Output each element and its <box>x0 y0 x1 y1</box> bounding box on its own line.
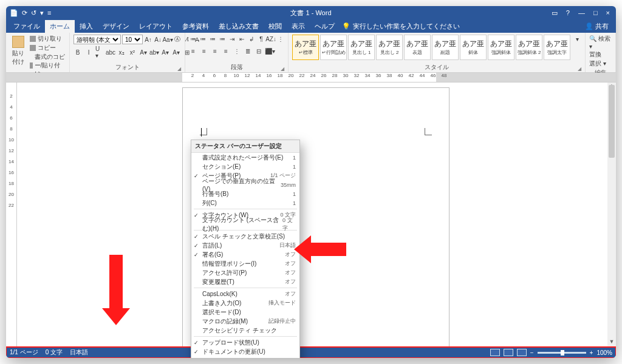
ctx-item-9[interactable]: ✓言語(L)日本語 <box>191 241 299 250</box>
ctx-item-10[interactable]: ✓署名(G)オフ <box>191 250 299 259</box>
ribbon-options-icon[interactable]: ▭ <box>552 9 558 17</box>
style-3[interactable]: あア亜見出し 2 <box>376 35 403 60</box>
status-page[interactable]: 1/1 ページ <box>10 348 38 357</box>
close-icon[interactable]: × <box>606 9 610 17</box>
font-btn-7[interactable]: ab▾ <box>150 48 159 56</box>
tab-layout[interactable]: レイアウト <box>134 20 177 33</box>
para-btn1-1[interactable]: ≔ <box>199 35 207 43</box>
ctx-item-17[interactable]: マクロの記録(M)記録停止中 <box>191 317 299 326</box>
style-4[interactable]: あア亜表題 <box>404 35 431 60</box>
shrink-font-button[interactable]: A↓ <box>154 35 162 44</box>
style-8[interactable]: あア亜強調斜体 2 <box>516 35 542 60</box>
ctx-item-7[interactable]: 文字のカウント (スペース含む)(H)0 文字 <box>191 220 299 229</box>
style-5[interactable]: あア亜副題 <box>432 35 459 60</box>
cut-button[interactable]: 切り取り <box>30 35 66 43</box>
tab-review[interactable]: 校閲 <box>264 20 287 33</box>
style-6[interactable]: あア亜斜体 <box>460 35 487 60</box>
para-btn2-6[interactable]: ⊟ <box>255 47 263 55</box>
para-btn1-7[interactable]: ¶ <box>257 35 265 43</box>
para-btn2-3[interactable]: ≡ <box>222 47 230 55</box>
para-btn1-9[interactable]: ⋮ <box>276 35 285 43</box>
para-btn2-4[interactable]: ⋮ <box>233 47 241 55</box>
dialog-launcher-icon[interactable]: ◢ <box>177 66 181 72</box>
qat-redo-icon[interactable]: ⟳ <box>22 9 27 17</box>
scroll-thumb[interactable] <box>609 85 615 158</box>
para-btn1-6[interactable]: ↲ <box>247 35 256 43</box>
para-btn2-0[interactable]: ≡ <box>189 47 197 55</box>
qat-undo-icon[interactable]: ↺ <box>31 9 36 17</box>
tab-view[interactable]: 表示 <box>287 20 310 33</box>
grow-font-button[interactable]: A↑ <box>144 35 152 44</box>
ctx-item-3[interactable]: ページでの垂直方向の位置(V)35mm <box>191 180 299 189</box>
ctx-item-16[interactable]: 選択モード(D) <box>191 308 299 317</box>
style-0[interactable]: あア亜↵標準 <box>292 35 319 60</box>
font-btn-5[interactable]: x² <box>128 48 137 56</box>
share-button[interactable]: 👤 共有 <box>585 22 613 31</box>
font-size-select[interactable]: 10.5 <box>122 35 143 44</box>
style-2[interactable]: あア亜見出し 1 <box>348 35 375 60</box>
ctx-item-8[interactable]: ✓スペル チェックと文章校正(S) <box>191 232 299 241</box>
ctx-item-4[interactable]: 行番号(B)1 <box>191 189 299 198</box>
tab-file[interactable]: ファイル <box>9 20 45 33</box>
select-button[interactable]: 選択 ▾ <box>589 59 612 68</box>
tab-references[interactable]: 参考資料 <box>177 20 214 33</box>
scrollbar-vertical[interactable]: ▲ ▼ <box>607 83 616 347</box>
para-btn2-7[interactable]: ⬛▾ <box>265 47 274 55</box>
status-bar[interactable]: 1/1 ページ 0 文字 日本語 − + 100% <box>6 347 616 358</box>
font-btn-1[interactable]: I <box>84 48 93 56</box>
font-btn-9[interactable]: A▾ <box>172 48 180 56</box>
style-7[interactable]: あア亜強調斜体 <box>488 35 514 60</box>
para-btn2-5[interactable]: ≣ <box>244 47 252 55</box>
tab-mailings[interactable]: 差し込み文書 <box>214 20 264 33</box>
minimize-icon[interactable]: — <box>578 9 585 17</box>
para-btn2-2[interactable]: ≡ <box>211 47 219 55</box>
dialog-launcher-icon[interactable]: ◢ <box>281 66 284 72</box>
font-btn-0[interactable]: B <box>73 48 82 56</box>
help-icon[interactable]: ? <box>566 9 570 17</box>
qat-touch-icon[interactable]: ≡ <box>47 9 51 16</box>
para-btn2-1[interactable]: ≡ <box>200 47 208 55</box>
zoom-slider[interactable] <box>538 352 586 354</box>
qat-dropdown-icon[interactable]: ▾ <box>40 9 44 17</box>
ctx-item-19[interactable]: ✓アップロード状態(U) <box>191 338 299 347</box>
style-9[interactable]: あア亜強調太字 <box>544 35 570 60</box>
ruler-horizontal[interactable]: 2468101214161820222426283032343638404244… <box>6 73 616 83</box>
change-case-button[interactable]: Aa▾ <box>163 35 172 44</box>
zoom-knob[interactable] <box>561 350 564 356</box>
ctx-item-1[interactable]: セクション(E)1 <box>191 162 299 171</box>
styles-more-button[interactable]: ▾ <box>573 35 581 43</box>
copy-button[interactable]: コピー <box>30 44 66 52</box>
tab-help[interactable]: ヘルプ <box>310 20 340 33</box>
maximize-icon[interactable]: □ <box>593 9 598 17</box>
view-print-button[interactable] <box>504 349 513 356</box>
replace-button[interactable]: 置換 <box>589 50 612 59</box>
status-word-count[interactable]: 0 文字 <box>46 348 63 357</box>
scroll-down-icon[interactable]: ▼ <box>607 339 616 347</box>
font-btn-2[interactable]: U ▾ <box>95 48 104 56</box>
para-btn1-0[interactable]: ≔ <box>189 35 197 43</box>
ctx-item-20[interactable]: ✓ドキュメントの更新(U) <box>191 347 299 356</box>
view-web-button[interactable] <box>517 349 527 356</box>
style-1[interactable]: あア亜↵行間詰め <box>320 35 347 60</box>
font-btn-8[interactable]: A▾ <box>161 48 169 56</box>
ctx-item-0[interactable]: 書式設定されたページ番号(E)1 <box>191 153 299 162</box>
tab-design[interactable]: デザイン <box>98 20 134 33</box>
paste-button[interactable]: 貼り付け <box>10 35 27 67</box>
ruler-vertical[interactable]: 246810121416182022 <box>6 83 17 347</box>
phonetic-guide-button[interactable]: Ⓐ <box>173 35 182 44</box>
ctx-item-13[interactable]: 変更履歴(T)オフ <box>191 277 299 286</box>
para-btn1-2[interactable]: ≔ <box>208 35 217 43</box>
para-btn1-8[interactable]: AZ↓ <box>267 35 275 43</box>
ctx-item-18[interactable]: アクセシビリティ チェック <box>191 326 299 335</box>
ctx-item-11[interactable]: 情報管理ポリシー(I)オフ <box>191 259 299 268</box>
tell-me[interactable]: 💡 実行したい作業を入力してください <box>342 22 460 31</box>
status-language[interactable]: 日本語 <box>70 348 88 357</box>
font-btn-3[interactable]: abc <box>106 48 115 56</box>
ctx-item-5[interactable]: 列(C)1 <box>191 198 299 207</box>
qat-save-icon[interactable]: 📄 <box>10 9 18 17</box>
ctx-item-12[interactable]: アクセス許可(P)オフ <box>191 268 299 277</box>
find-button[interactable]: 🔍 検索 ▾ <box>589 35 612 50</box>
zoom-in-button[interactable]: + <box>590 349 593 356</box>
para-btn1-4[interactable]: ⇥ <box>228 35 236 43</box>
zoom-out-button[interactable]: − <box>530 349 534 356</box>
